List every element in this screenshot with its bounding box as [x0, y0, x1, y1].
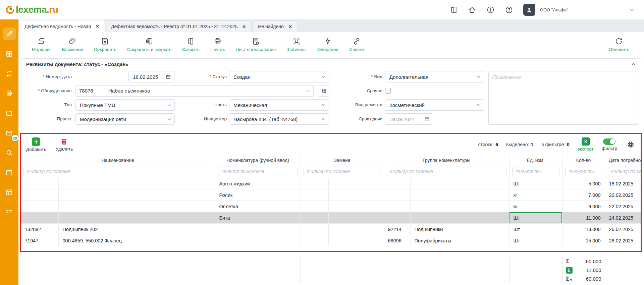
- column-header-unit[interactable]: Ед. изм.: [509, 155, 562, 165]
- deadline-label: Срок сдачи: [332, 113, 382, 125]
- filter-input-nomenclature[interactable]: [218, 167, 298, 176]
- repair-type-select[interactable]: Косметический: [385, 99, 484, 111]
- sidebar-item-tasks[interactable]: [3, 206, 16, 218]
- chevron-down-icon: [321, 74, 326, 79]
- add-row-button[interactable]: + Добавить: [26, 137, 46, 152]
- calendar-icon[interactable]: [166, 74, 171, 79]
- table-row[interactable]: 132882Подшипник 20292214ПодшипникиШт13.0…: [21, 224, 641, 235]
- collapse-panel-icon[interactable]: [631, 62, 636, 67]
- approval-sheet-button[interactable]: Лист согласования: [230, 37, 281, 52]
- table-row[interactable]: Роликкг7.00020.02.2025: [21, 189, 641, 201]
- sidebar-item-apps[interactable]: [3, 47, 16, 60]
- date-field[interactable]: [128, 71, 174, 82]
- equipment-select[interactable]: 78076 Набор съемников: [75, 85, 314, 97]
- date-input[interactable]: [133, 74, 164, 80]
- close-icon[interactable]: ✕: [288, 24, 292, 29]
- note-textarea[interactable]: [488, 71, 639, 125]
- close-icon[interactable]: ✕: [242, 24, 246, 29]
- person-icon: [526, 6, 533, 13]
- equipment-tree-button[interactable]: [318, 85, 329, 97]
- filtered-total-value: 60.000: [586, 276, 601, 282]
- filter-toggle[interactable]: фильтр: [602, 138, 617, 151]
- close-button[interactable]: Закрыть: [177, 37, 205, 52]
- attachments-button[interactable]: Вложения: [57, 37, 89, 52]
- column-header-group[interactable]: Группа номенклатуры: [384, 155, 509, 165]
- chevron-down-icon[interactable]: [629, 6, 635, 13]
- deadline-field[interactable]: [385, 113, 433, 125]
- route-button[interactable]: Маршрут: [26, 37, 57, 52]
- filter-input-qty[interactable]: [565, 167, 602, 176]
- column-header-replacement[interactable]: Замена: [301, 155, 384, 165]
- logo-swirl-icon: [5, 5, 15, 15]
- operations-button[interactable]: Операции: [312, 37, 344, 52]
- sum-filtered-icon: Σ: [566, 276, 573, 282]
- refresh-button[interactable]: Обновить: [603, 37, 635, 52]
- door-icon: [186, 37, 195, 46]
- sidebar-item-files[interactable]: [3, 107, 16, 119]
- sidebar-item-print[interactable]: [3, 87, 16, 100]
- filter-input-date[interactable]: [608, 167, 641, 176]
- templates-button[interactable]: Шаблоны: [281, 37, 312, 52]
- urgent-checkbox[interactable]: [385, 88, 391, 94]
- save-button[interactable]: Сохранить: [89, 37, 122, 52]
- sidebar-item-calendar[interactable]: [3, 166, 16, 179]
- print-button[interactable]: Печать: [205, 37, 230, 52]
- toggle-on-icon[interactable]: [603, 138, 615, 145]
- sidebar-item-search[interactable]: [3, 146, 16, 159]
- status-select[interactable]: Создан: [229, 71, 329, 82]
- urgent-label: Срочно: [332, 85, 382, 97]
- exit-door-icon[interactable]: [449, 6, 458, 14]
- filter-input-replacement[interactable]: [304, 167, 381, 176]
- deadline-input[interactable]: [389, 116, 420, 122]
- save-and-close-button[interactable]: Сохранить и закрыть: [122, 37, 177, 52]
- filter-input-unit[interactable]: [512, 167, 559, 176]
- number-input[interactable]: [75, 71, 124, 82]
- user-avatar[interactable]: [523, 4, 535, 16]
- sidebar-item-mail[interactable]: 28: [3, 126, 16, 139]
- tab-not-found[interactable]: Не найдено ✕: [252, 20, 298, 32]
- document-toolbar: Маршрут Вложения Сохранить Сохранить и з…: [18, 32, 644, 56]
- filter-funnel-icon: [570, 279, 573, 282]
- part-select[interactable]: Механическая: [229, 99, 329, 111]
- filter-input-name[interactable]: [23, 167, 212, 176]
- links-button[interactable]: Связки: [344, 37, 369, 52]
- home-icon[interactable]: [468, 6, 476, 14]
- repair-type-label: Вид ремонта: [332, 99, 382, 111]
- equipment-name: Набор съемников: [104, 86, 306, 96]
- help-icon[interactable]: [505, 6, 513, 14]
- initiator-select[interactable]: Насырова К.И. (Таб. №768): [229, 113, 329, 125]
- sidebar-item-forms[interactable]: [3, 186, 16, 198]
- column-header-name[interactable]: Наименование: [21, 155, 215, 165]
- table-row[interactable]: Аргон жидкийШт5.00018.02.2025: [21, 178, 641, 189]
- tab-defect-list-new[interactable]: Дефектная ведомость - Новая ✕: [19, 20, 105, 32]
- table-row-selected[interactable]: БитаШт11.00024.02.2025: [21, 212, 641, 224]
- folder-icon: [5, 109, 13, 117]
- filter-input-group[interactable]: [387, 167, 506, 176]
- totals-row-filtered: Σ60.000: [21, 275, 642, 283]
- refresh-icon: [614, 37, 623, 46]
- paperclip-icon: [68, 37, 77, 46]
- column-header-date[interactable]: Дата потребности: [605, 155, 641, 165]
- grid-settings-button[interactable]: [627, 140, 635, 149]
- delete-row-button[interactable]: Удалить: [56, 137, 73, 152]
- project-select[interactable]: Модернизация сети: [75, 113, 175, 125]
- type-select[interactable]: Покупные ТМЦ: [75, 99, 175, 111]
- tab-defect-list-registry[interactable]: Дефектная ведомость - Реестр от 01.01.20…: [105, 20, 252, 32]
- column-header-nomenclature[interactable]: Номенклатура (ручной ввод): [215, 155, 301, 165]
- status-label: * Статус: [176, 71, 227, 82]
- sidebar-item-sync[interactable]: [3, 67, 16, 80]
- sidebar: 28: [0, 19, 18, 285]
- table-row[interactable]: 71947000.4859. 550.002 Фланец68096Полуфа…: [21, 235, 641, 246]
- table-row[interactable]: Оплеткам9.00022.02.2025: [21, 201, 641, 212]
- close-icon[interactable]: ✕: [96, 24, 99, 29]
- vid-select[interactable]: Дополнительная: [385, 71, 484, 82]
- form-title: Реквизиты документа: статус - «Создан»: [26, 61, 128, 67]
- lexema-logo[interactable]: lexema.ru: [5, 4, 58, 15]
- link-icon: [352, 37, 361, 46]
- info-icon[interactable]: [486, 6, 495, 14]
- templates-icon: [292, 37, 301, 46]
- sidebar-item-edit[interactable]: [3, 27, 16, 40]
- column-header-qty[interactable]: Кол-во: [562, 155, 605, 165]
- equipment-code: 78076: [76, 86, 104, 96]
- export-excel-button[interactable]: X экспорт: [578, 137, 594, 152]
